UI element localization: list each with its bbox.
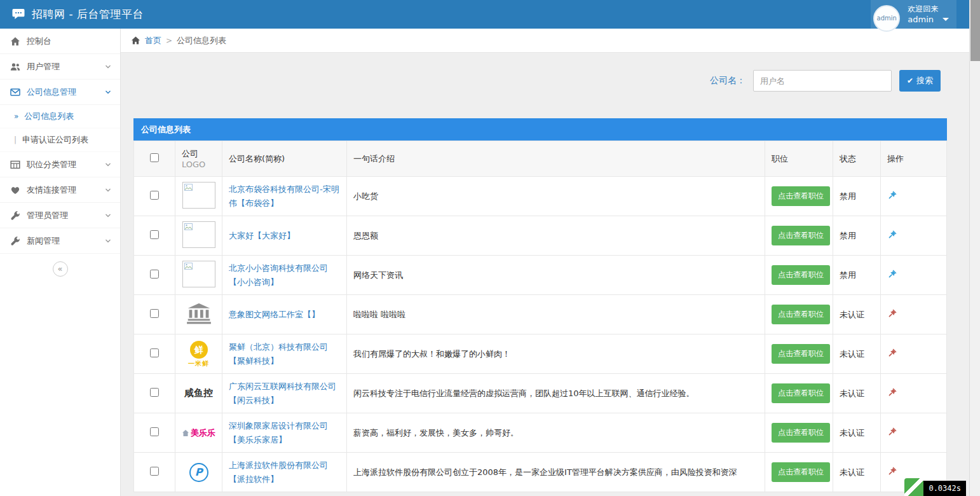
gavel-icon[interactable] bbox=[887, 427, 897, 437]
grid-icon bbox=[10, 160, 20, 170]
chat-bubble-icon bbox=[11, 8, 25, 20]
sidebar-item[interactable]: 职位分类管理 bbox=[0, 152, 120, 177]
heart-icon bbox=[10, 185, 20, 195]
row-checkbox[interactable] bbox=[150, 309, 159, 318]
brand: 招聘网 - 后台管理平台 bbox=[11, 0, 144, 29]
company-logo: 美乐乐 bbox=[182, 427, 215, 439]
chevron-down-icon bbox=[105, 162, 111, 167]
company-name-link[interactable]: 北京布袋谷科技有限公司-宋明伟【布袋谷】 bbox=[229, 184, 339, 207]
status-text: 禁用 bbox=[840, 270, 856, 280]
sidebar-item-label: 用户管理 bbox=[27, 61, 60, 72]
search-button[interactable]: ✔ 搜索 bbox=[899, 70, 941, 92]
caret-down-icon bbox=[943, 18, 949, 21]
bank-logo-icon bbox=[187, 303, 211, 324]
breadcrumb: 首页 > 公司信息列表 bbox=[121, 29, 969, 53]
table-row: 鲜一米鲜聚鲜（北京）科技有限公司【聚鲜科技】我们有屌爆了的大叔！和嫩爆了的小鲜肉… bbox=[134, 334, 947, 374]
company-list-panel: 公司信息列表 公司 LOGO 公司名称(简称) 一句话 bbox=[133, 118, 947, 492]
thinkphp-logo-icon[interactable] bbox=[904, 478, 923, 496]
company-logo: 咸鱼控 bbox=[184, 387, 213, 399]
submenu-marker-icon: » bbox=[14, 112, 18, 121]
view-jobs-button[interactable]: 点击查看职位 bbox=[772, 423, 830, 443]
row-checkbox[interactable] bbox=[150, 191, 159, 200]
page-scrollbar[interactable] bbox=[969, 0, 980, 496]
table-row: 大家好【大家好】恩恩额点击查看职位禁用 bbox=[134, 216, 947, 256]
row-checkbox[interactable] bbox=[150, 348, 159, 357]
username-text: admin bbox=[908, 14, 934, 25]
gavel-icon[interactable] bbox=[887, 309, 897, 319]
sidebar-item[interactable]: 控制台 bbox=[0, 29, 120, 54]
status-text: 禁用 bbox=[840, 231, 856, 240]
breadcrumb-home-link[interactable]: 首页 bbox=[145, 35, 161, 46]
view-jobs-button[interactable]: 点击查看职位 bbox=[772, 383, 830, 403]
gavel-icon[interactable] bbox=[887, 388, 897, 397]
company-name-link[interactable]: 上海派拉软件股份有限公司【派拉软件】 bbox=[229, 460, 328, 483]
wrench-icon bbox=[10, 236, 20, 246]
row-checkbox[interactable] bbox=[150, 427, 159, 436]
col-job: 职位 bbox=[765, 141, 833, 177]
company-name-link[interactable]: 深圳象限家居设计有限公司【美乐乐家居】 bbox=[229, 421, 328, 444]
scrollbar-thumb[interactable] bbox=[970, 0, 980, 61]
gavel-icon[interactable] bbox=[887, 230, 897, 240]
chevron-down-icon bbox=[105, 213, 111, 218]
table-row: 北京布袋谷科技有限公司-宋明伟【布袋谷】小吃货点击查看职位禁用 bbox=[134, 177, 947, 216]
table-header-row: 公司 LOGO 公司名称(简称) 一句话介绍 职位 状态 操作 bbox=[134, 141, 947, 177]
table-row: 北京小小咨询科技有限公司【小小咨询】网络天下资讯点击查看职位禁用 bbox=[134, 256, 947, 295]
gavel-icon[interactable] bbox=[887, 348, 897, 358]
row-checkbox[interactable] bbox=[150, 467, 159, 476]
company-name-label: 公司名： bbox=[710, 75, 745, 86]
app-title: 招聘网 - 后台管理平台 bbox=[32, 7, 144, 22]
company-name-link[interactable]: 广东闲云互联网科技有限公司【闲云科技】 bbox=[229, 382, 336, 404]
col-intro: 一句话介绍 bbox=[347, 141, 765, 177]
view-jobs-button[interactable]: 点击查看职位 bbox=[772, 462, 830, 482]
avatar-alt-text: admin bbox=[877, 15, 897, 22]
sidebar-item[interactable]: 新闻管理 bbox=[0, 228, 120, 254]
welcome-block: 欢迎回来 admin bbox=[908, 4, 949, 25]
sidebar-subitem[interactable]: »公司信息列表 bbox=[0, 105, 120, 128]
view-jobs-button[interactable]: 点击查看职位 bbox=[772, 226, 830, 245]
sidebar-item-label: 职位分类管理 bbox=[27, 159, 76, 170]
company-intro-text: 我们有屌爆了的大叔！和嫩爆了的小鲜肉！ bbox=[353, 349, 510, 359]
row-checkbox[interactable] bbox=[150, 230, 159, 239]
user-menu[interactable]: admin 欢迎回来 admin bbox=[871, 0, 956, 29]
sidebar-item[interactable]: 管理员管理 bbox=[0, 203, 120, 228]
sidebar-item[interactable]: 公司信息管理 bbox=[0, 79, 120, 105]
company-intro-text: 薪资高，福利好，发展快，美女多，帅哥好。 bbox=[353, 428, 519, 437]
avatar[interactable]: admin bbox=[873, 5, 900, 32]
col-company-name: 公司名称(简称) bbox=[222, 141, 347, 177]
view-jobs-button[interactable]: 点击查看职位 bbox=[772, 305, 830, 324]
gavel-icon[interactable] bbox=[887, 191, 897, 200]
submenu-marker-icon: | bbox=[14, 135, 17, 144]
company-intro-text: 闲云科技专注于电信行业流量经营的虚拟运营商，团队超过10年以上互联网、通信行业经… bbox=[353, 389, 695, 398]
col-status: 状态 bbox=[833, 141, 881, 177]
gavel-icon[interactable] bbox=[887, 467, 897, 476]
chevron-down-icon bbox=[105, 64, 111, 69]
sidebar-item-label: 友情连接管理 bbox=[27, 184, 76, 196]
view-jobs-button[interactable]: 点击查看职位 bbox=[772, 265, 830, 285]
company-name-link[interactable]: 聚鲜（北京）科技有限公司【聚鲜科技】 bbox=[229, 342, 328, 365]
company-name-link[interactable]: 北京小小咨询科技有限公司【小小咨询】 bbox=[229, 263, 328, 286]
company-intro-text: 上海派拉软件股份有限公司创立于2008年，是一家企业级IT管理平台解决方案供应商… bbox=[353, 467, 737, 477]
sidebar-subitem[interactable]: |申请认证公司列表 bbox=[0, 128, 120, 152]
sidebar-item[interactable]: 用户管理 bbox=[0, 54, 120, 79]
status-text: 未认证 bbox=[840, 310, 864, 319]
select-all-checkbox[interactable] bbox=[150, 153, 159, 162]
view-jobs-button[interactable]: 点击查看职位 bbox=[772, 186, 830, 206]
sidebar-item-label: 新闻管理 bbox=[27, 235, 60, 247]
welcome-text: 欢迎回来 bbox=[908, 4, 949, 14]
search-bar: 公司名： ✔ 搜索 bbox=[133, 70, 947, 92]
sidebar-item-label: 公司信息列表 bbox=[24, 111, 74, 122]
row-checkbox[interactable] bbox=[150, 388, 159, 397]
breadcrumb-separator: > bbox=[166, 36, 172, 45]
row-checkbox[interactable] bbox=[150, 270, 159, 279]
chevron-down-icon bbox=[105, 238, 111, 244]
status-text: 未认证 bbox=[840, 389, 864, 398]
company-name-link[interactable]: 大家好【大家好】 bbox=[229, 231, 295, 240]
company-name-input[interactable] bbox=[753, 70, 892, 92]
col-logo-line1: 公司 bbox=[182, 148, 215, 160]
company-name-link[interactable]: 意象图文网络工作室【】 bbox=[229, 310, 320, 319]
company-intro-text: 小吃货 bbox=[353, 191, 378, 201]
view-jobs-button[interactable]: 点击查看职位 bbox=[772, 344, 830, 364]
gavel-icon[interactable] bbox=[887, 270, 897, 279]
sidebar-item[interactable]: 友情连接管理 bbox=[0, 177, 120, 203]
sidebar-collapse-button[interactable]: « bbox=[53, 261, 68, 277]
